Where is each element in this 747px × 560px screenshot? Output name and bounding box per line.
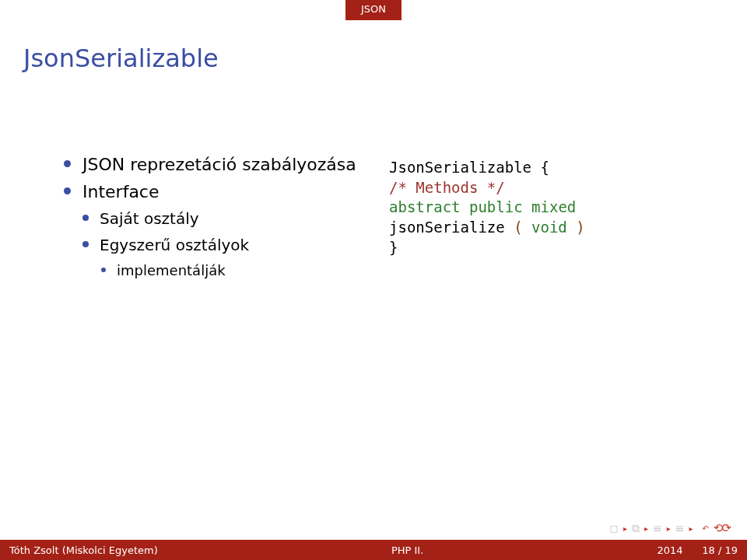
code-paren: ) bbox=[567, 219, 585, 236]
slide-body: JsonSerializable JSON reprezetáció szabá… bbox=[0, 44, 747, 286]
footer-year: 2014 bbox=[657, 544, 682, 556]
code-identifier: JsonSerializable bbox=[389, 159, 531, 176]
slide-title: JsonSerializable bbox=[23, 44, 724, 73]
code-type: mixed bbox=[531, 198, 576, 215]
code-brace: { bbox=[531, 159, 549, 176]
bullet-level2: Egyszerű osztályok bbox=[82, 236, 358, 254]
nav-section-prev-icon[interactable]: ▸ bbox=[667, 524, 671, 533]
nav-section-next-icon[interactable]: ▸ bbox=[689, 524, 693, 533]
nav-loop-icon[interactable]: ⟲⟳ bbox=[714, 521, 730, 535]
footer-bar: Tóth Zsolt (Miskolci Egyetem) PHP II. 20… bbox=[0, 540, 747, 560]
code-paren: ( bbox=[505, 219, 531, 236]
bullet-level1: JSON reprezetáció szabályozása bbox=[64, 155, 358, 174]
right-column: JsonSerializable { /* Methods */ abstrac… bbox=[389, 155, 724, 286]
nav-section-back-icon[interactable]: ≡ bbox=[653, 522, 662, 534]
bullet-level1: Interface bbox=[64, 182, 358, 201]
code-keyword: abstract bbox=[389, 198, 461, 215]
bullet-level3: implementálják bbox=[101, 262, 358, 278]
code-void: void bbox=[531, 219, 567, 236]
code-func: jsonSerialize bbox=[389, 219, 505, 236]
nav-back-icon[interactable]: ↶ bbox=[702, 524, 708, 533]
nav-section-fwd-icon[interactable]: ≡ bbox=[675, 522, 685, 534]
footer-page: 18 / 19 bbox=[702, 544, 738, 556]
nav-first-icon[interactable]: ◻ bbox=[609, 522, 619, 534]
beamer-nav: ◻ ▸ ⧉ ▸ ≡ ▸ ≡ ▸ ↶ ⟲⟳ bbox=[609, 521, 730, 535]
bullet-level2: Saját osztály bbox=[82, 209, 358, 228]
nav-frame-icon[interactable]: ⧉ bbox=[632, 522, 640, 535]
code-block: JsonSerializable { /* Methods */ abstrac… bbox=[389, 158, 724, 257]
nav-prev-icon[interactable]: ▸ bbox=[623, 524, 627, 533]
section-tab: JSON bbox=[345, 0, 402, 20]
footer-title: PHP II. bbox=[158, 544, 658, 556]
nav-next-icon[interactable]: ▸ bbox=[644, 524, 648, 533]
footer-right: 2014 18 / 19 bbox=[657, 544, 738, 556]
section-tab-bar: JSON bbox=[0, 0, 747, 20]
code-keyword: public bbox=[469, 198, 523, 215]
left-column: JSON reprezetáció szabályozása Interface… bbox=[23, 155, 358, 286]
two-columns: JSON reprezetáció szabályozása Interface… bbox=[23, 155, 724, 286]
code-comment: /* Methods */ bbox=[389, 179, 505, 196]
code-brace: } bbox=[389, 239, 398, 256]
footer-author: Tóth Zsolt (Miskolci Egyetem) bbox=[9, 544, 158, 556]
